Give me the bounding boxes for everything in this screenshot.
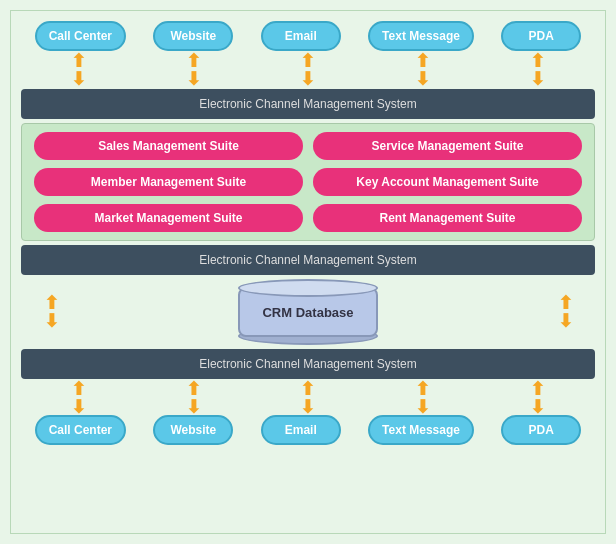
right-arrow-area: ⬆⬇ [535,294,595,330]
suite-member: Member Management Suite [34,168,303,196]
suite-service: Service Management Suite [313,132,582,160]
left-updown-arrow: ⬆⬇ [36,294,66,330]
crm-label: CRM Database [262,305,353,320]
middle-section: ⬆⬇ CRM Database ⬆⬇ [21,279,595,345]
top-website: Website [153,21,233,51]
suite-col-left: Sales Management Suite Member Management… [34,132,303,232]
bot-arrow-5: ⬆⬇ [523,380,553,416]
suite-rent: Rent Management Suite [313,204,582,232]
top-channel-row: Call Center Website Email Text Message P… [21,21,595,51]
bot-arrow-4: ⬆⬇ [408,380,438,416]
arrow-3: ⬆⬇ [293,52,323,88]
main-container: Call Center Website Email Text Message P… [10,10,606,534]
bot-arrow-1: ⬆⬇ [63,380,93,416]
bot-pda: PDA [501,415,581,445]
top-email: Email [261,21,341,51]
suite-market: Market Management Suite [34,204,303,232]
ecms-bar-bot: Electronic Channel Management System [21,349,595,379]
top-text-message: Text Message [368,21,474,51]
suite-sales: Sales Management Suite [34,132,303,160]
crm-database: CRM Database [238,279,378,345]
crm-center: CRM Database [81,279,535,345]
top-pda: PDA [501,21,581,51]
top-call-center: Call Center [35,21,126,51]
suite-key-account: Key Account Management Suite [313,168,582,196]
bottom-arrow-row: ⬆⬇ ⬆⬇ ⬆⬇ ⬆⬇ ⬆⬇ [21,383,595,413]
arrow-4: ⬆⬇ [408,52,438,88]
left-arrow-area: ⬆⬇ [21,294,81,330]
ecms-bar-top: Electronic Channel Management System [21,89,595,119]
ecms-bar-mid: Electronic Channel Management System [21,245,595,275]
bot-email: Email [261,415,341,445]
arrow-2: ⬆⬇ [178,52,208,88]
bot-arrow-2: ⬆⬇ [178,380,208,416]
right-updown-arrow: ⬆⬇ [550,294,580,330]
bot-website: Website [153,415,233,445]
arrow-1: ⬆⬇ [63,52,93,88]
bot-call-center: Call Center [35,415,126,445]
bottom-channel-row: Call Center Website Email Text Message P… [21,415,595,445]
bot-arrow-3: ⬆⬇ [293,380,323,416]
arrow-5: ⬆⬇ [523,52,553,88]
suite-area: Sales Management Suite Member Management… [21,123,595,241]
cylinder-top [238,279,378,297]
top-arrow-row: ⬆⬇ ⬆⬇ ⬆⬇ ⬆⬇ ⬆⬇ [21,55,595,85]
suite-col-right: Service Management Suite Key Account Man… [313,132,582,232]
bot-text-message: Text Message [368,415,474,445]
